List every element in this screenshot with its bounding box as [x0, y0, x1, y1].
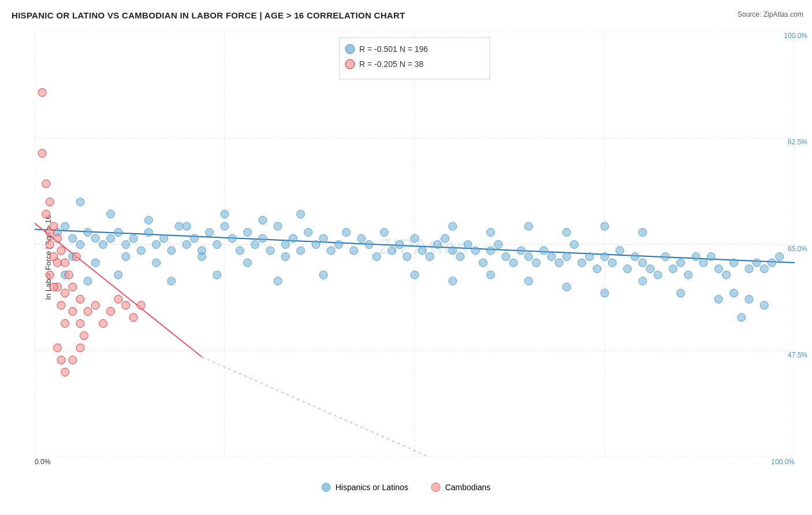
svg-point-183 — [61, 368, 69, 376]
svg-point-107 — [768, 259, 776, 267]
svg-point-34 — [213, 241, 221, 249]
svg-point-106 — [760, 265, 768, 273]
svg-point-82 — [578, 259, 586, 267]
svg-point-42 — [274, 222, 282, 230]
svg-point-113 — [221, 210, 229, 218]
svg-point-158 — [57, 247, 65, 255]
svg-point-28 — [167, 247, 176, 255]
svg-point-103 — [737, 314, 746, 322]
svg-point-56 — [380, 228, 388, 236]
svg-point-184 — [69, 356, 77, 364]
svg-point-59 — [403, 253, 411, 261]
svg-point-121 — [243, 259, 251, 267]
svg-point-66 — [456, 253, 464, 261]
svg-point-149 — [38, 150, 46, 158]
svg-point-36 — [228, 234, 236, 242]
svg-point-142 — [639, 277, 647, 285]
source-label: Source: ZipAtlas.com — [737, 10, 803, 18]
svg-point-57 — [388, 247, 396, 255]
svg-point-44 — [289, 234, 297, 242]
svg-point-17 — [84, 228, 92, 236]
svg-point-72 — [502, 253, 510, 261]
svg-point-128 — [274, 277, 282, 285]
svg-point-119 — [152, 259, 161, 267]
svg-point-24 — [137, 247, 145, 255]
svg-point-16 — [76, 241, 84, 249]
svg-point-171 — [91, 301, 99, 309]
svg-point-53 — [357, 234, 366, 242]
svg-point-162 — [61, 319, 69, 327]
svg-point-167 — [76, 295, 84, 303]
svg-point-124 — [84, 277, 92, 285]
svg-point-45 — [297, 247, 305, 255]
svg-point-62 — [426, 253, 434, 261]
svg-point-135 — [639, 228, 647, 236]
legend: Hispanics or Latinos Cambodians — [322, 483, 491, 492]
svg-point-60 — [411, 234, 419, 242]
svg-point-118 — [122, 253, 130, 261]
svg-point-48 — [319, 234, 327, 242]
svg-point-85 — [601, 253, 609, 261]
svg-point-141 — [601, 289, 609, 297]
x-label-left: 0.0% — [35, 458, 50, 466]
svg-point-70 — [487, 247, 495, 255]
svg-point-20 — [107, 234, 115, 242]
svg-point-164 — [69, 283, 77, 291]
chart-title: HISPANIC OR LATINO VS CAMBODIAN IN LABOR… — [12, 10, 405, 20]
svg-point-160 — [61, 259, 69, 267]
svg-point-88 — [623, 265, 631, 273]
svg-point-30 — [182, 241, 191, 249]
svg-point-111 — [144, 216, 152, 224]
svg-point-41 — [266, 247, 274, 255]
svg-point-150 — [42, 210, 50, 218]
svg-point-27 — [160, 234, 168, 242]
svg-point-86 — [608, 259, 616, 267]
svg-point-173 — [107, 307, 115, 315]
svg-point-112 — [182, 222, 191, 230]
svg-point-138 — [487, 271, 495, 279]
svg-point-143 — [677, 289, 685, 297]
svg-point-131 — [487, 228, 495, 236]
svg-point-80 — [563, 253, 571, 261]
svg-point-49 — [327, 247, 335, 255]
svg-point-33 — [206, 228, 214, 236]
svg-point-38 — [243, 228, 251, 236]
svg-point-110 — [107, 210, 115, 218]
svg-point-67 — [464, 241, 472, 249]
svg-point-169 — [84, 307, 92, 315]
legend-item-blue: Hispanics or Latinos — [322, 483, 408, 492]
svg-point-74 — [517, 247, 525, 255]
svg-point-14 — [61, 222, 69, 230]
svg-point-163 — [65, 271, 73, 279]
svg-point-136 — [411, 271, 419, 279]
svg-point-18 — [91, 234, 99, 242]
svg-point-152 — [46, 241, 54, 249]
svg-point-71 — [494, 241, 502, 249]
svg-point-108 — [776, 253, 784, 261]
svg-point-77 — [540, 247, 548, 255]
svg-point-51 — [342, 228, 351, 236]
svg-point-52 — [350, 247, 358, 255]
svg-point-177 — [137, 301, 145, 309]
svg-point-101 — [722, 271, 731, 279]
svg-point-176 — [129, 314, 137, 322]
svg-point-35 — [221, 222, 229, 230]
svg-point-182 — [57, 356, 65, 364]
svg-point-114 — [259, 216, 267, 224]
svg-point-75 — [524, 253, 532, 261]
chart-container: HISPANIC OR LATINO VS CAMBODIAN IN LABOR… — [0, 0, 812, 515]
blue-dot-icon — [322, 483, 331, 492]
svg-point-78 — [547, 253, 556, 261]
svg-point-156 — [53, 259, 61, 267]
svg-point-134 — [601, 222, 609, 230]
svg-point-172 — [99, 319, 107, 327]
svg-point-79 — [555, 259, 563, 267]
svg-point-96 — [684, 271, 692, 279]
svg-point-68 — [471, 247, 479, 255]
svg-point-175 — [122, 301, 130, 309]
svg-point-178 — [42, 180, 50, 188]
svg-point-129 — [319, 271, 327, 279]
svg-point-104 — [745, 265, 753, 273]
svg-point-29 — [175, 222, 183, 230]
svg-point-109 — [76, 198, 84, 206]
